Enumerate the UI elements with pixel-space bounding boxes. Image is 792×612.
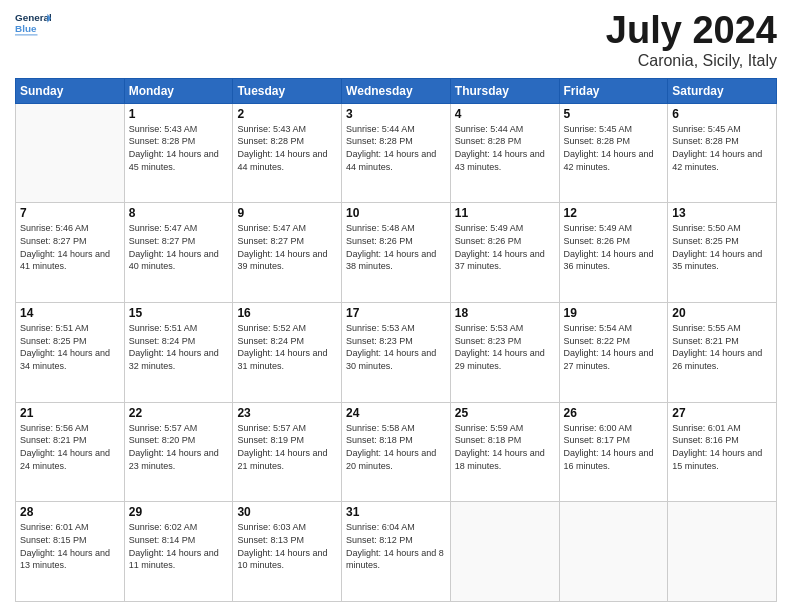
page: General Blue July 2024 Caronia, Sicily, … (0, 0, 792, 612)
table-row: 31 Sunrise: 6:04 AM Sunset: 8:12 PM Dayl… (342, 502, 451, 602)
sunset-text: Sunset: 8:21 PM (672, 335, 772, 348)
day-number: 26 (564, 406, 664, 420)
table-row: 4 Sunrise: 5:44 AM Sunset: 8:28 PM Dayli… (450, 103, 559, 203)
day-info: Sunrise: 5:55 AM Sunset: 8:21 PM Dayligh… (672, 322, 772, 372)
sunrise-text: Sunrise: 5:44 AM (455, 123, 555, 136)
header: General Blue July 2024 Caronia, Sicily, … (15, 10, 777, 70)
table-row: 25 Sunrise: 5:59 AM Sunset: 8:18 PM Dayl… (450, 402, 559, 502)
day-info: Sunrise: 5:49 AM Sunset: 8:26 PM Dayligh… (455, 222, 555, 272)
sunrise-text: Sunrise: 5:53 AM (346, 322, 446, 335)
day-info: Sunrise: 5:43 AM Sunset: 8:28 PM Dayligh… (129, 123, 229, 173)
table-row: 29 Sunrise: 6:02 AM Sunset: 8:14 PM Dayl… (124, 502, 233, 602)
day-number: 3 (346, 107, 446, 121)
sunrise-text: Sunrise: 5:56 AM (20, 422, 120, 435)
table-row: 22 Sunrise: 5:57 AM Sunset: 8:20 PM Dayl… (124, 402, 233, 502)
day-info: Sunrise: 5:56 AM Sunset: 8:21 PM Dayligh… (20, 422, 120, 472)
sunset-text: Sunset: 8:28 PM (129, 135, 229, 148)
daylight-text: Daylight: 14 hours and 39 minutes. (237, 248, 337, 273)
day-number: 9 (237, 206, 337, 220)
day-number: 5 (564, 107, 664, 121)
table-row: 24 Sunrise: 5:58 AM Sunset: 8:18 PM Dayl… (342, 402, 451, 502)
sunset-text: Sunset: 8:13 PM (237, 534, 337, 547)
col-thursday: Thursday (450, 78, 559, 103)
daylight-text: Daylight: 14 hours and 18 minutes. (455, 447, 555, 472)
table-row: 15 Sunrise: 5:51 AM Sunset: 8:24 PM Dayl… (124, 303, 233, 403)
sunrise-text: Sunrise: 5:57 AM (129, 422, 229, 435)
day-number: 23 (237, 406, 337, 420)
sunrise-text: Sunrise: 5:47 AM (237, 222, 337, 235)
sunrise-text: Sunrise: 6:00 AM (564, 422, 664, 435)
sunset-text: Sunset: 8:18 PM (455, 434, 555, 447)
sunrise-text: Sunrise: 6:01 AM (20, 521, 120, 534)
sunset-text: Sunset: 8:27 PM (237, 235, 337, 248)
col-friday: Friday (559, 78, 668, 103)
day-info: Sunrise: 5:48 AM Sunset: 8:26 PM Dayligh… (346, 222, 446, 272)
daylight-text: Daylight: 14 hours and 42 minutes. (672, 148, 772, 173)
table-row: 17 Sunrise: 5:53 AM Sunset: 8:23 PM Dayl… (342, 303, 451, 403)
col-tuesday: Tuesday (233, 78, 342, 103)
day-number: 16 (237, 306, 337, 320)
sunset-text: Sunset: 8:28 PM (346, 135, 446, 148)
sunset-text: Sunset: 8:18 PM (346, 434, 446, 447)
daylight-text: Daylight: 14 hours and 20 minutes. (346, 447, 446, 472)
table-row: 23 Sunrise: 5:57 AM Sunset: 8:19 PM Dayl… (233, 402, 342, 502)
day-number: 27 (672, 406, 772, 420)
calendar-week-row: 21 Sunrise: 5:56 AM Sunset: 8:21 PM Dayl… (16, 402, 777, 502)
sunset-text: Sunset: 8:28 PM (455, 135, 555, 148)
sunset-text: Sunset: 8:25 PM (672, 235, 772, 248)
daylight-text: Daylight: 14 hours and 10 minutes. (237, 547, 337, 572)
day-info: Sunrise: 5:43 AM Sunset: 8:28 PM Dayligh… (237, 123, 337, 173)
table-row: 11 Sunrise: 5:49 AM Sunset: 8:26 PM Dayl… (450, 203, 559, 303)
sunset-text: Sunset: 8:27 PM (20, 235, 120, 248)
daylight-text: Daylight: 14 hours and 35 minutes. (672, 248, 772, 273)
calendar-week-row: 28 Sunrise: 6:01 AM Sunset: 8:15 PM Dayl… (16, 502, 777, 602)
col-sunday: Sunday (16, 78, 125, 103)
sunset-text: Sunset: 8:28 PM (672, 135, 772, 148)
day-info: Sunrise: 5:57 AM Sunset: 8:19 PM Dayligh… (237, 422, 337, 472)
table-row (450, 502, 559, 602)
sunset-text: Sunset: 8:24 PM (237, 335, 337, 348)
daylight-text: Daylight: 14 hours and 42 minutes. (564, 148, 664, 173)
sunrise-text: Sunrise: 5:53 AM (455, 322, 555, 335)
col-wednesday: Wednesday (342, 78, 451, 103)
daylight-text: Daylight: 14 hours and 31 minutes. (237, 347, 337, 372)
day-info: Sunrise: 6:04 AM Sunset: 8:12 PM Dayligh… (346, 521, 446, 571)
table-row: 16 Sunrise: 5:52 AM Sunset: 8:24 PM Dayl… (233, 303, 342, 403)
table-row: 10 Sunrise: 5:48 AM Sunset: 8:26 PM Dayl… (342, 203, 451, 303)
sunrise-text: Sunrise: 5:49 AM (564, 222, 664, 235)
table-row: 18 Sunrise: 5:53 AM Sunset: 8:23 PM Dayl… (450, 303, 559, 403)
calendar-week-row: 7 Sunrise: 5:46 AM Sunset: 8:27 PM Dayli… (16, 203, 777, 303)
sunrise-text: Sunrise: 5:57 AM (237, 422, 337, 435)
daylight-text: Daylight: 14 hours and 21 minutes. (237, 447, 337, 472)
sunset-text: Sunset: 8:28 PM (237, 135, 337, 148)
day-number: 25 (455, 406, 555, 420)
day-info: Sunrise: 5:49 AM Sunset: 8:26 PM Dayligh… (564, 222, 664, 272)
daylight-text: Daylight: 14 hours and 44 minutes. (237, 148, 337, 173)
table-row: 12 Sunrise: 5:49 AM Sunset: 8:26 PM Dayl… (559, 203, 668, 303)
day-number: 11 (455, 206, 555, 220)
daylight-text: Daylight: 14 hours and 44 minutes. (346, 148, 446, 173)
daylight-text: Daylight: 14 hours and 26 minutes. (672, 347, 772, 372)
table-row: 26 Sunrise: 6:00 AM Sunset: 8:17 PM Dayl… (559, 402, 668, 502)
day-info: Sunrise: 5:52 AM Sunset: 8:24 PM Dayligh… (237, 322, 337, 372)
day-number: 21 (20, 406, 120, 420)
day-info: Sunrise: 5:59 AM Sunset: 8:18 PM Dayligh… (455, 422, 555, 472)
daylight-text: Daylight: 14 hours and 23 minutes. (129, 447, 229, 472)
day-number: 22 (129, 406, 229, 420)
day-number: 15 (129, 306, 229, 320)
day-info: Sunrise: 5:44 AM Sunset: 8:28 PM Dayligh… (455, 123, 555, 173)
sunset-text: Sunset: 8:27 PM (129, 235, 229, 248)
sunrise-text: Sunrise: 5:44 AM (346, 123, 446, 136)
day-number: 1 (129, 107, 229, 121)
sunrise-text: Sunrise: 6:04 AM (346, 521, 446, 534)
sunrise-text: Sunrise: 5:54 AM (564, 322, 664, 335)
sunrise-text: Sunrise: 5:51 AM (20, 322, 120, 335)
sunrise-text: Sunrise: 5:59 AM (455, 422, 555, 435)
table-row: 28 Sunrise: 6:01 AM Sunset: 8:15 PM Dayl… (16, 502, 125, 602)
col-monday: Monday (124, 78, 233, 103)
sunrise-text: Sunrise: 5:43 AM (237, 123, 337, 136)
logo: General Blue (15, 10, 51, 40)
sunset-text: Sunset: 8:25 PM (20, 335, 120, 348)
day-info: Sunrise: 6:00 AM Sunset: 8:17 PM Dayligh… (564, 422, 664, 472)
day-number: 31 (346, 505, 446, 519)
